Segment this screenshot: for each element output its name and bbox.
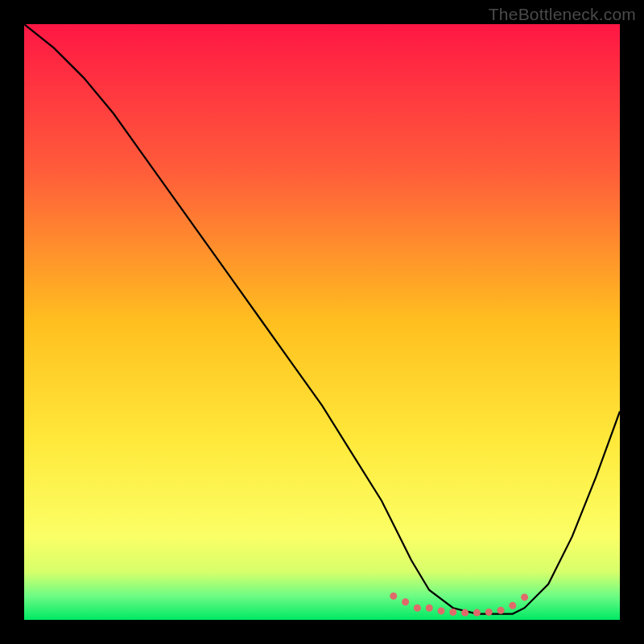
marker-dot (497, 607, 505, 614)
marker-dot (390, 592, 397, 600)
marker-dot (461, 609, 469, 617)
marker-dot (402, 598, 409, 605)
marker-dot (438, 607, 445, 614)
marker-dot (509, 602, 516, 609)
marker-dot (485, 609, 493, 616)
marker-dot (414, 605, 421, 612)
chart-frame: TheBottleneck.com (0, 0, 644, 644)
marker-dot (449, 609, 456, 616)
plot-area (24, 24, 620, 620)
marker-dot (521, 593, 528, 601)
marker-dot (426, 605, 433, 612)
chart-svg (24, 24, 620, 620)
marker-dot (473, 609, 481, 617)
watermark-text: TheBottleneck.com (489, 5, 636, 24)
